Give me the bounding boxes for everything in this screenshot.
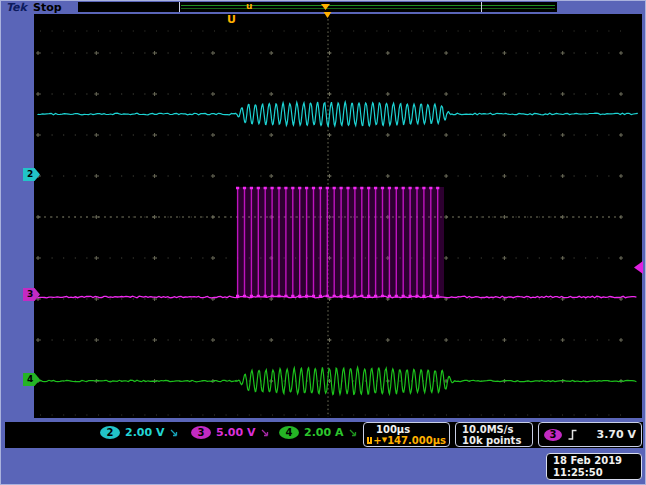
coupling-arrow-icon (348, 428, 358, 438)
horizontal-delay-value: 147.000µs (387, 435, 446, 446)
oscilloscope-display: Tek Stop u U 2 3 4 2 2.00 V 3 5.00 V 4 2… (0, 0, 646, 485)
record-waveform-line (181, 8, 555, 9)
channel-2-readout[interactable]: 2 2.00 V (100, 426, 179, 439)
trigger-level-value: 3.70 V (597, 429, 636, 440)
channel-3-readout[interactable]: 3 5.00 V (191, 426, 270, 439)
expansion-marker-icon[interactable]: u (246, 1, 252, 12)
acquisition-status: Stop (33, 1, 62, 14)
timebase-readout[interactable]: 100µs +▼147.000µs (363, 422, 450, 447)
date-value: 18 Feb 2019 (553, 455, 641, 467)
time-value: 11:25:50 (553, 467, 641, 479)
sample-rate: 10.0MS/s (462, 424, 529, 435)
delay-prefix: + (373, 435, 381, 446)
tek-logo: Tek (6, 1, 27, 14)
acquisition-readout[interactable]: 10.0MS/s 10k points (455, 422, 533, 447)
graticule-area (34, 14, 642, 418)
channel-2-badge: 2 (100, 426, 120, 439)
record-view-bar[interactable]: u (78, 2, 557, 12)
zoom-window-bracket[interactable] (179, 2, 180, 12)
coupling-arrow-icon (260, 428, 270, 438)
channel-4-badge: 4 (279, 426, 299, 439)
timebase-scale: 100µs (367, 424, 446, 435)
channel-4-readout[interactable]: 4 2.00 A (279, 426, 358, 439)
record-length: 10k points (462, 435, 529, 446)
zoom-window-bracket[interactable] (481, 2, 482, 12)
channel-4-scale: 2.00 A (304, 426, 343, 439)
channel-2-scale: 2.00 V (125, 426, 164, 439)
record-waveform-line (181, 5, 555, 6)
trigger-readout[interactable]: 3 3.70 V (538, 422, 642, 447)
channel-3-badge: 3 (191, 426, 211, 439)
trigger-source-badge: 3 (544, 429, 562, 441)
coupling-arrow-icon (169, 428, 179, 438)
expansion-marker-icon (367, 437, 372, 444)
channel-3-scale: 5.00 V (216, 426, 255, 439)
datetime-box: 18 Feb 2019 11:25:50 (546, 453, 642, 480)
trigger-position-icon[interactable] (321, 4, 330, 10)
rising-edge-icon (567, 428, 578, 441)
expansion-point-marker[interactable]: U (227, 13, 236, 26)
